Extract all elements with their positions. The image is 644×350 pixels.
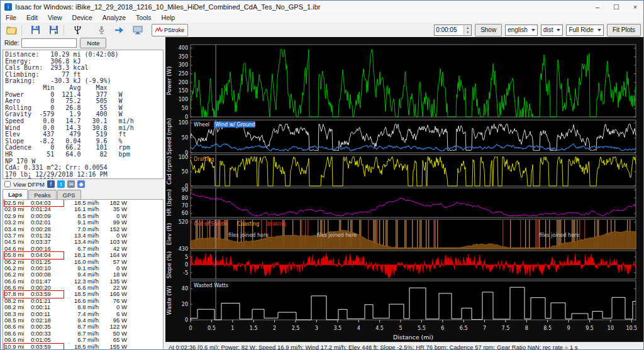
lap-row[interactable]: 10.9 mi0:03:5918.5 mi/h155 W — [3, 344, 163, 350]
maximize-button[interactable]: ☐ — [607, 1, 626, 13]
device-mic-icon[interactable] — [94, 23, 109, 37]
svg-text:files joined here: files joined here — [539, 232, 579, 238]
svg-text:8: 8 — [525, 325, 528, 331]
mode-dropdown[interactable]: dist — [541, 25, 564, 36]
plot-cad[interactable]: 050100Cad (rpm)Drafting — [166, 155, 636, 189]
svg-text:520: 520 — [179, 219, 188, 225]
minimize-button[interactable]: – — [588, 1, 607, 13]
svg-text:100: 100 — [179, 155, 188, 160]
pstroke-label: PStroke — [164, 27, 184, 33]
open-folder-icon[interactable] — [4, 23, 19, 37]
svg-text:100: 100 — [179, 97, 188, 102]
email-icon[interactable]: ✉ — [67, 180, 75, 188]
svg-text:4.5: 4.5 — [375, 325, 384, 331]
svg-text:8.5: 8.5 — [543, 325, 552, 331]
plot-speed[interactable]: 050100Speed (mph)WheelWind w/ Ground — [166, 118, 636, 156]
tab-gps[interactable]: GPS — [57, 190, 81, 199]
save-icon[interactable] — [28, 23, 43, 37]
menu-file[interactable]: File — [1, 13, 21, 23]
svg-text:braking: braking — [267, 221, 286, 227]
menu-help[interactable]: Help — [157, 13, 180, 23]
lap-row[interactable]: 03.2 mi0:02:019.1 mi/h99 W — [3, 219, 163, 226]
svg-text:0: 0 — [185, 114, 188, 120]
close-button[interactable]: × — [626, 1, 644, 13]
lap-interval: 05.8 mi0:04:04 — [4, 252, 64, 258]
menu-device[interactable]: Device — [67, 13, 97, 23]
svg-text:0.5: 0.5 — [208, 325, 216, 331]
svg-text:40: 40 — [182, 286, 188, 292]
svg-text:Speed (mph): Speed (mph) — [166, 118, 172, 155]
menu-edit[interactable]: Edit — [21, 13, 43, 23]
svg-text:1: 1 — [231, 325, 234, 331]
svg-text:7: 7 — [483, 325, 486, 331]
range-value: Full Ride — [569, 26, 593, 33]
note-button[interactable]: Note — [80, 38, 106, 48]
svg-text:Cad (rpm): Cad (rpm) — [166, 156, 172, 185]
svg-text:Drafting: Drafting — [194, 156, 214, 162]
svg-text:5: 5 — [185, 254, 188, 260]
spinner-arrows[interactable]: ▲▼ — [464, 26, 471, 35]
fit-plots-button[interactable]: Fit Plots — [607, 24, 641, 36]
dfpm-row: View DFPM f t ✉ ◆ — [3, 180, 162, 189]
plot-power[interactable]: 050100150200250300350400Power (W) — [166, 45, 636, 120]
svg-text:Wheel: Wheel — [194, 122, 209, 128]
range-dropdown[interactable]: Full Ride — [566, 25, 603, 36]
menu-view[interactable]: View — [43, 13, 67, 23]
units-dropdown[interactable]: english — [505, 25, 538, 36]
svg-text:50: 50 — [182, 135, 188, 141]
svg-text:-5: -5 — [183, 270, 188, 276]
plot-slope[interactable]: 50-5Slope (%) — [166, 251, 636, 279]
svg-text:Coasting: Coasting — [237, 221, 259, 227]
toolbar-separator — [21, 25, 22, 36]
facebook-icon[interactable]: f — [47, 180, 55, 188]
chart-area[interactable]: 050100150200250300350400Power (W)050100S… — [165, 37, 644, 342]
time-spinner[interactable]: ▲▼ — [434, 25, 472, 36]
tab-bar: Laps Peaks GPS — [3, 190, 162, 199]
svg-text:200: 200 — [179, 80, 188, 85]
svg-text:2: 2 — [273, 325, 276, 331]
note-label: Note — [87, 40, 99, 46]
transfer-arrow-icon[interactable] — [112, 23, 127, 37]
twitter-icon[interactable]: t — [57, 180, 65, 188]
plot-hr[interactable]: 60708090HR (bpm) — [166, 187, 636, 217]
lap-row[interactable]: 05.8 mi0:04:0418.1 mi/h164 W — [3, 252, 163, 258]
svg-text:Wasted Watts: Wasted Watts — [194, 283, 228, 288]
display-icon[interactable] — [130, 23, 145, 37]
left-panel: Ride: Note Distance: 10.29 mi (0:42:08) … — [1, 37, 165, 350]
svg-text:90: 90 — [182, 187, 188, 193]
svg-text:0: 0 — [185, 262, 188, 268]
mode-value: dist — [543, 26, 553, 33]
fit-plots-label: Fit Plots — [613, 26, 635, 33]
pstroke-button[interactable]: PStroke — [152, 24, 188, 36]
svg-text:files joined here: files joined here — [228, 232, 269, 238]
spinner-down-icon[interactable]: ▼ — [464, 30, 471, 35]
ride-name-input[interactable] — [21, 38, 77, 48]
plot-elev[interactable]: 430520Elev (ft)Out of SaddleCoastingbrak… — [166, 219, 636, 252]
share-icon[interactable]: ◆ — [77, 180, 85, 188]
tab-peaks[interactable]: Peaks — [28, 190, 56, 199]
svg-text:350: 350 — [179, 54, 188, 60]
svg-text:50: 50 — [182, 106, 188, 111]
toolbar: PStroke ▲▼ Show english dist Full Ride F… — [1, 23, 644, 38]
svg-text:Elev (ft): Elev (ft) — [166, 223, 172, 245]
spinner-up-icon[interactable]: ▲ — [464, 26, 471, 30]
usb-device-icon[interactable] — [70, 23, 85, 37]
svg-text:5: 5 — [399, 325, 402, 331]
view-dfpm-checkbox[interactable] — [4, 181, 11, 187]
charts-svg[interactable]: 050100150200250300350400Power (W)050100S… — [165, 37, 644, 342]
time-input[interactable] — [435, 26, 464, 35]
tab-laps[interactable]: Laps — [3, 189, 28, 199]
menu-tools[interactable]: Tools — [131, 13, 157, 23]
svg-text:9: 9 — [567, 325, 570, 331]
svg-text:250: 250 — [179, 71, 188, 77]
save-as-icon[interactable] — [46, 23, 61, 37]
svg-text:Distance (mi): Distance (mi) — [393, 334, 433, 341]
show-button[interactable]: Show — [475, 24, 502, 36]
plot-waste[interactable]: 02040Waste (W)Wasted Watts — [166, 281, 636, 323]
menu-analyze[interactable]: Analyze — [97, 13, 131, 23]
ride-summary-box: Distance: 10.29 mi (0:42:08) Energy: 306… — [3, 50, 164, 179]
laps-list[interactable]: 02.5 mi0:04:0318.5 mi/h182 W02.9 mi0:01:… — [3, 199, 164, 350]
status-bar: At 0:02:36 (0.6 mi): Power: 82 W; Speed … — [165, 342, 644, 350]
svg-text:100: 100 — [179, 120, 188, 126]
show-label: Show — [480, 26, 496, 33]
